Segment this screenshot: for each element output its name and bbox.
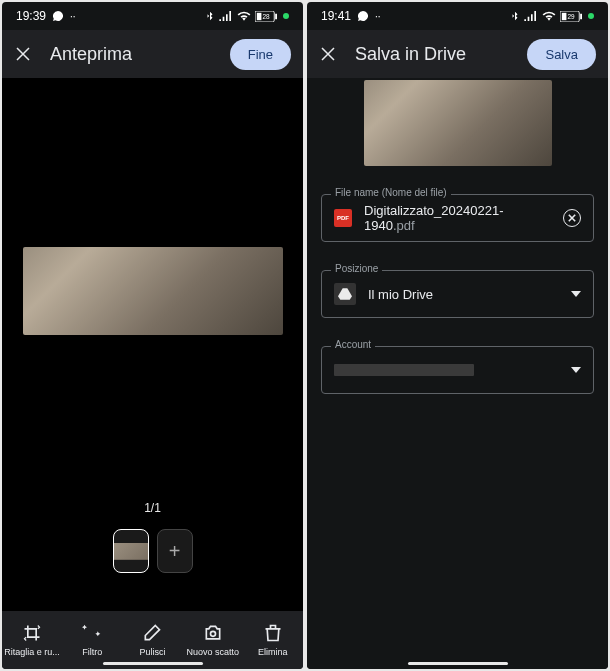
filename-input[interactable]: PDF Digitalizzato_20240221-1940.pdf (321, 194, 594, 242)
pdf-badge-icon: PDF (334, 209, 352, 227)
wifi-icon (542, 11, 556, 21)
page-counter: 1/1 (12, 495, 293, 529)
delete-button[interactable]: Elimina (243, 623, 303, 657)
whatsapp-icon (357, 10, 369, 22)
svg-rect-2 (275, 13, 277, 19)
status-dot-icon (283, 13, 289, 19)
retake-button[interactable]: Nuovo scatto (183, 623, 243, 657)
svg-rect-1 (257, 12, 262, 19)
status-time: 19:39 (16, 9, 46, 23)
save-button[interactable]: Salva (527, 39, 596, 70)
home-indicator[interactable] (408, 662, 508, 665)
crop-rotate-icon (22, 623, 42, 643)
notification-dots-icon: ·· (375, 11, 381, 22)
thumbnail-row: + (12, 529, 293, 603)
magic-wand-icon (82, 623, 102, 643)
delete-label: Elimina (258, 647, 288, 657)
location-legend: Posizione (331, 263, 382, 274)
header-title: Anteprima (50, 44, 212, 65)
add-page-button[interactable]: + (157, 529, 193, 573)
wifi-icon (237, 11, 251, 21)
app-header: Salva in Drive Salva (307, 30, 608, 78)
clean-label: Pulisci (139, 647, 165, 657)
account-field-group: Account (321, 346, 594, 394)
close-icon[interactable] (14, 45, 32, 63)
svg-point-4 (210, 631, 215, 636)
home-indicator[interactable] (103, 662, 203, 665)
filter-label: Filtro (82, 647, 102, 657)
bluetooth-icon (205, 10, 215, 22)
signal-icon (219, 11, 233, 21)
svg-text:28: 28 (262, 13, 270, 20)
battery-icon: 28 (255, 11, 277, 22)
bluetooth-icon (510, 10, 520, 22)
account-select[interactable] (321, 346, 594, 394)
filter-button[interactable]: Filtro (62, 623, 122, 657)
svg-text:29: 29 (567, 13, 575, 20)
clean-button[interactable]: Pulisci (122, 623, 182, 657)
filename-extension: .pdf (393, 218, 415, 233)
clear-filename-button[interactable] (563, 209, 581, 227)
filename-legend: File name (Nome del file) (331, 187, 451, 198)
svg-rect-7 (580, 13, 582, 19)
camera-icon (203, 623, 223, 643)
location-field-group: Posizione Il mio Drive (321, 270, 594, 318)
chevron-down-icon (571, 365, 581, 375)
battery-icon: 29 (560, 11, 582, 22)
drive-icon (334, 283, 356, 305)
retake-label: Nuovo scatto (186, 647, 239, 657)
signal-icon (524, 11, 538, 21)
status-time: 19:41 (321, 9, 351, 23)
phone-save-screen: 19:41 ·· 29 Salva in Drive Salva File na… (307, 2, 608, 669)
notification-dots-icon: ·· (70, 11, 76, 22)
filename-field-group: File name (Nome del file) PDF Digitalizz… (321, 194, 594, 242)
document-preview-thumbnail (364, 80, 552, 166)
editor-toolbar: Ritaglia e ru... Filtro Pulisci Nuovo sc… (2, 611, 303, 669)
chevron-down-icon (571, 289, 581, 299)
page-thumbnail[interactable] (113, 529, 149, 573)
scanned-page-preview[interactable] (23, 247, 283, 335)
done-button[interactable]: Fine (230, 39, 291, 70)
status-dot-icon (588, 13, 594, 19)
account-legend: Account (331, 339, 375, 350)
header-title: Salva in Drive (355, 44, 509, 65)
trash-icon (263, 623, 283, 643)
eraser-icon (142, 623, 162, 643)
location-value: Il mio Drive (368, 287, 559, 302)
preview-area (12, 86, 293, 495)
status-bar: 19:39 ·· 28 (2, 2, 303, 30)
preview-content: 1/1 + (2, 78, 303, 611)
app-header: Anteprima Fine (2, 30, 303, 78)
status-bar: 19:41 ·· 29 (307, 2, 608, 30)
location-select[interactable]: Il mio Drive (321, 270, 594, 318)
close-icon[interactable] (319, 45, 337, 63)
crop-label: Ritaglia e ru... (4, 647, 60, 657)
crop-rotate-button[interactable]: Ritaglia e ru... (2, 623, 62, 657)
svg-rect-6 (562, 12, 567, 19)
save-form-content: File name (Nome del file) PDF Digitalizz… (307, 78, 608, 669)
x-icon (568, 214, 576, 222)
whatsapp-icon (52, 10, 64, 22)
account-value-redacted (334, 364, 474, 376)
filename-text: Digitalizzato_20240221-1940.pdf (364, 203, 551, 233)
filename-value: Digitalizzato_20240221-1940 (364, 203, 503, 233)
phone-preview-screen: 19:39 ·· 28 Anteprima Fine 1/1 + Ritagli… (2, 2, 303, 669)
